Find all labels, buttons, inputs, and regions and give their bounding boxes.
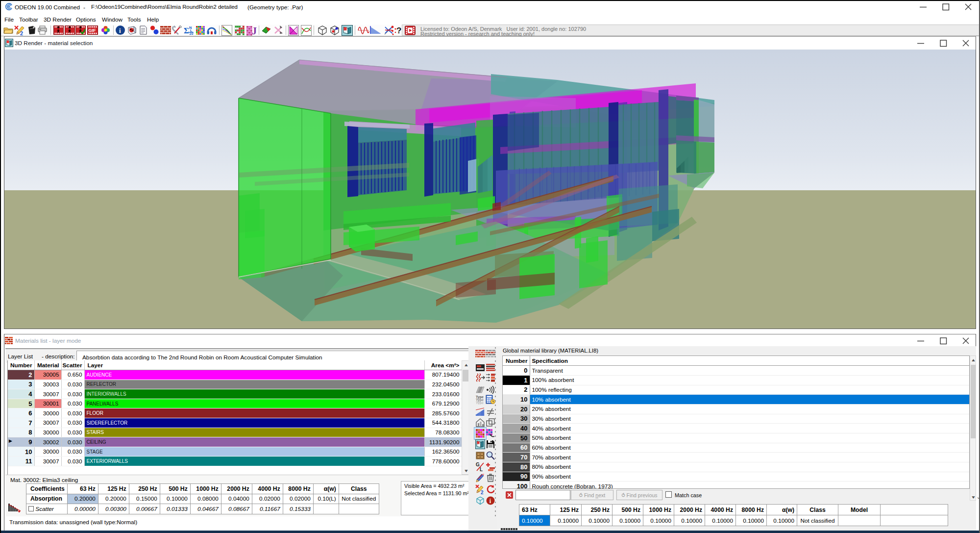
svg-text:J: J bbox=[252, 25, 257, 36]
svg-text:?: ? bbox=[396, 26, 401, 35]
svg-text:Σ: Σ bbox=[184, 26, 189, 35]
svg-text:Type: Type bbox=[476, 401, 484, 405]
svg-text:G: G bbox=[476, 462, 480, 467]
svg-text:GIF: GIF bbox=[89, 28, 97, 33]
svg-text:2: 2 bbox=[481, 490, 484, 494]
svg-text:i: i bbox=[119, 27, 121, 34]
svg-text:L: L bbox=[480, 467, 483, 472]
svg-text:10: 10 bbox=[189, 31, 193, 35]
svg-text:2: 2 bbox=[20, 30, 23, 35]
